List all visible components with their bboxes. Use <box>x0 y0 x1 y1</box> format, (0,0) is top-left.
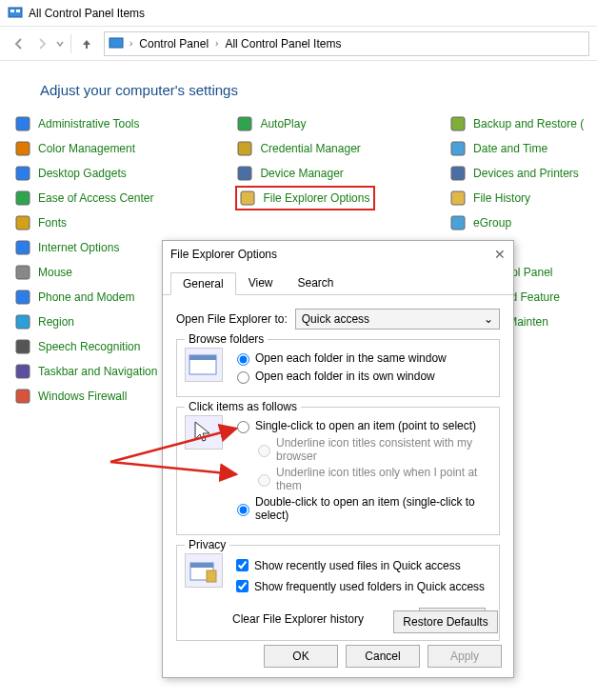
nav-back-button[interactable] <box>8 32 30 55</box>
cp-item[interactable]: Color Management <box>13 136 235 161</box>
svg-rect-14 <box>16 365 30 378</box>
cp-item-link[interactable]: Speech Recognition <box>38 340 140 353</box>
cp-item-link[interactable]: Taskbar and Navigation <box>38 365 157 378</box>
show-frequent-folders-checkbox[interactable] <box>236 580 249 592</box>
cp-item[interactable]: Device Manager <box>235 161 448 186</box>
chevron-right-icon[interactable]: › <box>211 38 222 49</box>
cp-item-link[interactable]: Date and Time <box>473 142 547 155</box>
cp-item-link[interactable]: Backup and Restore ( <box>473 117 584 130</box>
cancel-button[interactable]: Cancel <box>346 645 420 668</box>
double-click-radio[interactable] <box>237 504 249 516</box>
click-items-group: Click items as follows Single-click to o… <box>176 407 500 535</box>
svg-rect-10 <box>16 266 30 279</box>
browse-folders-group: Browse folders Open each folder in the s… <box>176 339 500 397</box>
cp-item-icon <box>13 263 32 282</box>
svg-rect-32 <box>189 355 216 360</box>
breadcrumb-all-items[interactable]: All Control Panel Items <box>222 35 344 52</box>
dialog-title: File Explorer Options <box>170 248 277 261</box>
cp-item[interactable]: Credential Manager <box>235 136 448 161</box>
click-items-legend: Click items as follows <box>185 400 301 413</box>
cp-item-link[interactable]: Windows Firewall <box>38 390 127 403</box>
svg-rect-2 <box>16 10 20 12</box>
svg-rect-6 <box>16 167 30 180</box>
cp-item-link[interactable]: Device Manager <box>260 167 343 180</box>
chevron-right-icon[interactable]: › <box>126 38 136 49</box>
tab-general[interactable]: General <box>170 272 236 295</box>
close-icon[interactable]: ✕ <box>494 247 506 262</box>
open-explorer-value: Quick access <box>302 312 369 326</box>
ok-button[interactable]: OK <box>264 645 338 668</box>
svg-rect-1 <box>10 10 14 12</box>
cp-item-link[interactable]: Administrative Tools <box>38 117 140 130</box>
restore-defaults-button[interactable]: Restore Defaults <box>393 610 498 633</box>
folder-window-icon <box>185 348 223 382</box>
tab-search[interactable]: Search <box>286 271 347 294</box>
nav-recent-dropdown[interactable] <box>53 32 67 55</box>
cp-item[interactable]: Fonts <box>13 210 235 235</box>
underline-consistent-label: Underline icon titles consistent with my… <box>276 436 491 463</box>
cp-item-link[interactable]: File History <box>473 191 530 205</box>
cp-item-link[interactable]: Color Management <box>38 142 135 155</box>
browse-folders-legend: Browse folders <box>185 332 268 346</box>
window-title: All Control Panel Items <box>29 7 145 20</box>
chevron-down-icon: ⌄ <box>484 312 493 326</box>
show-recent-files-checkbox[interactable] <box>236 559 249 571</box>
dialog-tabs: General View Search <box>163 268 513 295</box>
cp-item[interactable]: Date and Time <box>448 136 587 161</box>
cp-item-link[interactable]: Mouse <box>38 266 72 279</box>
cp-item-link[interactable]: Phone and Modem <box>38 290 134 304</box>
cp-item[interactable]: Devices and Printers <box>448 161 587 186</box>
privacy-legend: Privacy <box>185 538 229 551</box>
cp-item-icon <box>13 238 32 257</box>
cp-item-link[interactable]: Internet Options <box>38 241 119 254</box>
address-bar[interactable]: › Control Panel › All Control Panel Item… <box>104 31 589 56</box>
double-click-label: Double-click to open an item (single-cli… <box>255 495 491 522</box>
cp-item-link[interactable]: File Explorer Options <box>263 191 369 205</box>
cp-item-icon <box>448 139 468 158</box>
svg-rect-21 <box>451 142 465 155</box>
nav-up-button[interactable] <box>75 32 98 55</box>
single-click-radio[interactable] <box>237 421 249 433</box>
cp-item-link[interactable]: Region <box>38 315 74 329</box>
cp-item[interactable]: eGroup <box>448 210 587 235</box>
browse-same-window-label: Open each folder in the same window <box>255 351 447 365</box>
privacy-icon <box>185 553 223 588</box>
single-click-label: Single-click to open an item (point to s… <box>255 419 476 432</box>
cp-item-icon <box>235 114 254 133</box>
cp-item[interactable]: Administrative Tools <box>13 111 235 136</box>
breadcrumb-control-panel[interactable]: Control Panel <box>136 35 211 52</box>
cp-item-link[interactable]: Ease of Access Center <box>38 191 153 205</box>
browse-own-window-radio[interactable] <box>237 371 249 384</box>
cp-item-icon <box>13 139 32 158</box>
svg-rect-9 <box>16 241 30 254</box>
svg-rect-16 <box>238 117 251 130</box>
cp-item-icon <box>13 114 32 133</box>
cp-item-icon <box>448 213 468 232</box>
cp-item-icon <box>238 189 257 208</box>
cp-item-link[interactable]: Devices and Printers <box>473 167 579 180</box>
cp-item[interactable]: Backup and Restore ( <box>448 111 587 136</box>
cp-item[interactable]: Ease of Access Center <box>13 186 235 210</box>
open-explorer-select[interactable]: Quick access ⌄ <box>295 309 500 330</box>
cp-item-icon <box>235 139 254 158</box>
cp-item-link[interactable]: Credential Manager <box>260 142 360 155</box>
underline-point-radio <box>258 474 270 487</box>
tab-view[interactable]: View <box>236 271 286 294</box>
cp-item[interactable]: File Explorer Options <box>235 186 448 210</box>
cp-item-link[interactable]: Fonts <box>38 216 67 230</box>
cp-item[interactable]: File History <box>448 186 587 210</box>
browse-same-window-radio[interactable] <box>237 353 249 366</box>
cp-item[interactable]: AutoPlay <box>235 111 448 136</box>
open-explorer-label: Open File Explorer to: <box>176 312 288 326</box>
cp-item[interactable]: Desktop Gadgets <box>13 161 235 186</box>
cp-item-icon <box>13 337 32 356</box>
svg-rect-8 <box>16 216 30 230</box>
nav-forward-button[interactable] <box>30 32 53 55</box>
dialog-body: Open File Explorer to: Quick access ⌄ Br… <box>163 295 513 649</box>
cp-item-link[interactable]: AutoPlay <box>260 117 306 130</box>
cp-item-link[interactable]: Desktop Gadgets <box>38 167 127 180</box>
restore-defaults-row: Restore Defaults <box>393 610 498 633</box>
nav-separator <box>70 34 71 53</box>
cp-item-icon <box>13 213 32 232</box>
cp-item-link[interactable]: eGroup <box>473 216 511 230</box>
